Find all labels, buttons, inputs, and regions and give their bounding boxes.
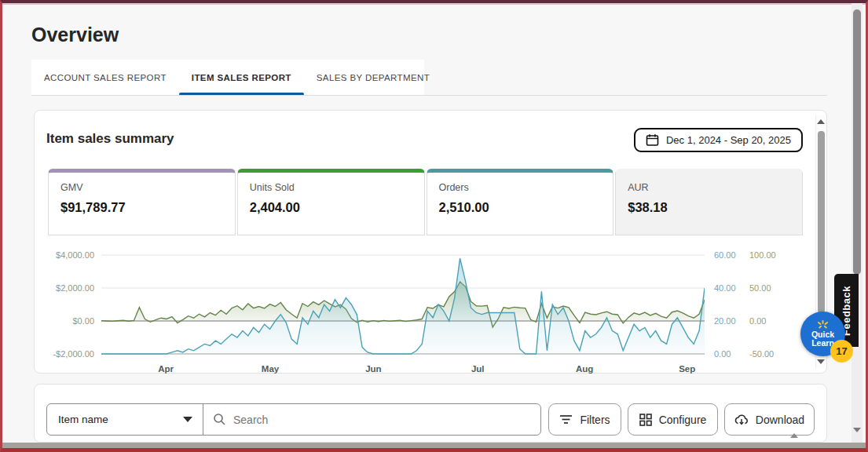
left-axis-tick: $2,000.00 — [56, 282, 94, 293]
kpi-value: $38.18 — [628, 200, 790, 215]
filters-label: Filters — [580, 414, 610, 426]
date-range-label: Dec 1, 2024 - Sep 20, 2025 — [666, 134, 791, 146]
window-top-edge — [2, 3, 866, 5]
kpi-label: Units Sold — [250, 182, 412, 193]
item-table-toolbar-card: Item name Filters Configure Download — [34, 384, 827, 443]
kpi-label: AUR — [628, 182, 790, 193]
page-scroll-down-icon[interactable] — [853, 428, 861, 432]
filters-button[interactable]: Filters — [548, 403, 621, 436]
filter-icon — [559, 414, 573, 425]
download-label: Download — [756, 414, 804, 426]
app-window: Overview ACCOUNT SALES REPORT ITEM SALES… — [0, 0, 868, 452]
chart-left-axis: $4,000.00$2,000.00$0.00-$2,000.00 — [35, 251, 94, 370]
kpi-aur[interactable]: AUR $38.18 — [615, 169, 803, 235]
kpi-row: GMV $91,789.77 Units Sold 2,404.00 Order… — [48, 169, 803, 235]
tab-account-sales-report[interactable]: ACCOUNT SALES REPORT — [31, 60, 179, 96]
spark-icon — [817, 320, 829, 330]
right-axis-2-tick: -50.00 — [749, 348, 774, 359]
kpi-gmv[interactable]: GMV $91,789.77 — [48, 169, 236, 235]
tab-item-sales-report[interactable]: ITEM SALES REPORT — [179, 60, 304, 96]
right-axis-1-tick: 20.00 — [714, 315, 736, 326]
sales-trend-chart — [101, 251, 705, 370]
x-axis-month-label: Apr — [148, 363, 183, 374]
horizontal-scrollbar[interactable] — [2, 443, 866, 448]
chart-x-axis: AprMayJunJulAugSep — [101, 363, 705, 376]
page-scrollbar[interactable] — [852, 3, 863, 443]
right-axis-2-tick: 50.00 — [749, 282, 771, 293]
left-axis-tick: -$2,000.00 — [53, 348, 94, 359]
card-title: Item sales summary — [46, 131, 174, 147]
kpi-value: $91,789.77 — [60, 200, 223, 215]
dropdown-caret-icon — [183, 417, 192, 422]
page-title: Overview — [31, 24, 119, 46]
right-axis-2-tick: 0.00 — [749, 315, 766, 326]
configure-button[interactable]: Configure — [628, 403, 718, 436]
x-axis-month-label: Jun — [356, 363, 390, 374]
kpi-orders[interactable]: Orders 2,510.00 — [427, 169, 614, 235]
download-button[interactable]: Download — [724, 403, 815, 436]
table-scroll-up-icon[interactable] — [790, 433, 798, 438]
right-axis-1-tick: 0.00 — [714, 348, 731, 359]
search-input[interactable] — [233, 414, 531, 426]
right-axis-2-tick: 100.00 — [749, 250, 776, 261]
kpi-value: 2,510.00 — [439, 200, 602, 215]
right-axis-1-tick: 60.00 — [714, 250, 736, 261]
search-box — [203, 403, 541, 436]
item-sales-summary-card: Item sales summary Dec 1, 2024 - Sep 20,… — [34, 110, 827, 374]
tab-sales-by-department[interactable]: SALES BY DEPARTMENT — [304, 60, 442, 96]
item-name-select-value: Item name — [58, 414, 108, 425]
chart-scrollbar-thumb[interactable] — [818, 131, 825, 313]
left-axis-tick: $4,000.00 — [56, 250, 94, 261]
left-axis-tick: $0.00 — [72, 315, 94, 326]
x-axis-month-label: Sep — [670, 363, 705, 374]
series-teal-area — [101, 258, 705, 354]
download-cloud-icon — [734, 414, 749, 425]
right-axis-1-tick: 40.00 — [714, 282, 736, 293]
item-name-select[interactable]: Item name — [46, 403, 203, 436]
x-axis-month-label: Aug — [567, 363, 602, 374]
search-icon — [213, 413, 226, 426]
kpi-label: Orders — [439, 182, 602, 193]
x-axis-month-label: May — [253, 363, 288, 374]
x-axis-month-label: Jul — [460, 363, 495, 374]
scroll-up-icon[interactable] — [817, 119, 825, 124]
report-tabs: ACCOUNT SALES REPORT ITEM SALES REPORT S… — [31, 60, 424, 96]
notification-badge[interactable]: 17 — [830, 340, 853, 363]
calendar-icon — [646, 133, 659, 147]
scroll-down-icon[interactable] — [817, 359, 825, 364]
page-scrollbar-thumb[interactable] — [853, 9, 861, 275]
configure-label: Configure — [659, 414, 707, 426]
configure-grid-icon — [639, 414, 652, 426]
chart-right-axis-2: 100.0050.000.00-50.00 — [749, 251, 792, 370]
date-range-button[interactable]: Dec 1, 2024 - Sep 20, 2025 — [634, 128, 803, 152]
kpi-value: 2,404.00 — [250, 200, 412, 215]
chart-right-axis-1: 60.0040.0020.000.00 — [714, 251, 747, 370]
kpi-label: GMV — [60, 182, 223, 193]
kpi-units-sold[interactable]: Units Sold 2,404.00 — [237, 169, 425, 235]
tab-divider — [31, 95, 827, 96]
